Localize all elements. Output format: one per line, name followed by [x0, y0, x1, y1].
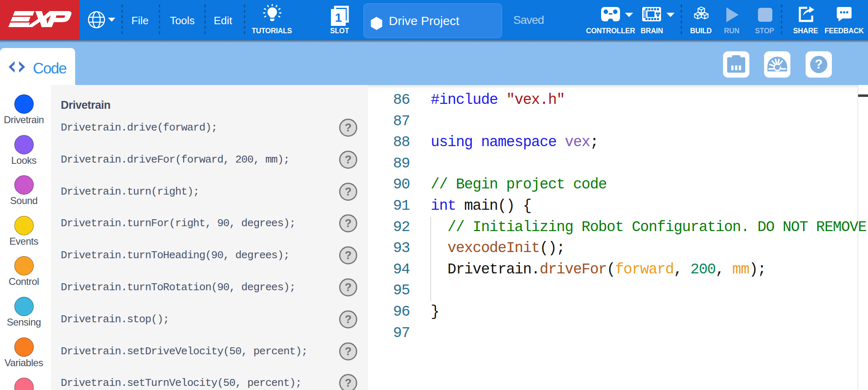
svg-text:1: 1 — [335, 11, 342, 24]
svg-text:?: ? — [815, 57, 823, 71]
